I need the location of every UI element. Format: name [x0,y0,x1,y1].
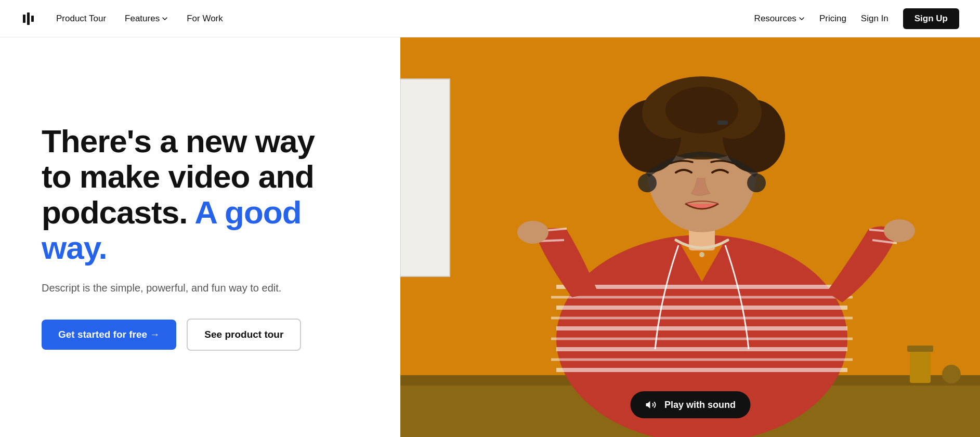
svg-point-30 [517,221,548,244]
video-panel: Play with sound [400,37,980,437]
video-frame: Play with sound [400,37,980,437]
svg-point-38 [942,365,961,383]
sign-up-button[interactable]: Sign Up [903,8,959,29]
svg-point-35 [747,174,766,192]
see-product-tour-button[interactable]: See product tour [187,319,301,351]
nav-pricing[interactable]: Pricing [819,14,846,24]
svg-point-27 [699,252,704,257]
play-with-sound-label: Play with sound [664,400,736,410]
nav-resources[interactable]: Resources [754,14,805,24]
nav-product-tour[interactable]: Product Tour [56,14,106,24]
svg-rect-4 [400,79,450,276]
cta-buttons: Get started for free → See product tour [42,319,359,351]
hero-headline: There's a new way to make video and podc… [42,124,359,266]
sign-in-button[interactable]: Sign In [861,14,888,24]
person-illustration [400,37,980,437]
hero-section: There's a new way to make video and podc… [0,37,400,437]
navbar-left: Product Tour Features For Work [21,10,223,27]
svg-rect-1 [27,12,30,25]
play-with-sound-button[interactable]: Play with sound [630,391,750,418]
main-content: There's a new way to make video and podc… [0,37,980,437]
resources-chevron-icon [799,16,805,22]
logo[interactable] [21,10,37,27]
svg-point-34 [638,174,657,192]
svg-point-25 [665,87,738,134]
svg-rect-2 [31,16,34,22]
svg-rect-37 [907,346,933,352]
nav-for-work[interactable]: For Work [187,14,223,24]
get-started-button[interactable]: Get started for free → [42,320,176,350]
nav-features[interactable]: Features [125,14,168,24]
svg-rect-26 [717,121,728,125]
speaker-icon [645,399,657,411]
svg-rect-0 [23,15,25,23]
navbar-right: Resources Pricing Sign In Sign Up [754,8,959,29]
svg-point-33 [884,219,915,242]
hero-headline-blue: A goodway. [42,194,302,266]
hero-subtext: Descript is the simple, powerful, and fu… [42,280,322,296]
svg-rect-36 [910,349,931,383]
features-chevron-icon [162,16,168,22]
navbar: Product Tour Features For Work Resources… [0,0,980,37]
